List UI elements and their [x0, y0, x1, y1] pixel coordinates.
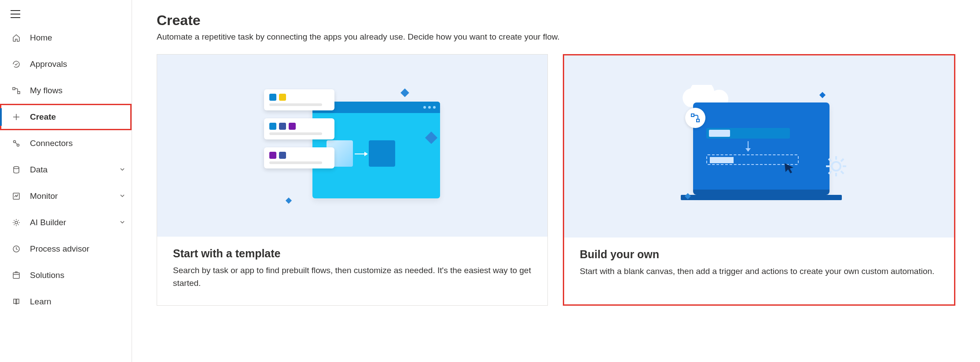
sidebar-item-label: Home	[30, 33, 52, 43]
svg-rect-1	[18, 91, 20, 94]
chevron-down-icon	[119, 165, 125, 175]
card-title: Start with a template	[173, 247, 532, 260]
sidebar-item-monitor[interactable]: Monitor	[0, 183, 132, 209]
sidebar-item-label: Process advisor	[30, 244, 89, 254]
plus-icon	[11, 111, 22, 123]
svg-point-2	[14, 141, 16, 143]
page-subtitle: Automate a repetitive task by connecting…	[157, 32, 955, 42]
page-title: Create	[157, 12, 955, 29]
my-flows-icon	[11, 85, 22, 96]
sidebar-item-process-advisor[interactable]: Process advisor	[0, 236, 132, 262]
svg-rect-0	[13, 88, 15, 90]
solutions-icon	[11, 270, 22, 281]
ai-builder-icon	[11, 217, 22, 228]
sidebar-item-label: My flows	[30, 86, 62, 95]
flow-badge-icon	[685, 108, 705, 128]
connectors-icon	[11, 138, 22, 149]
sidebar-item-solutions[interactable]: Solutions	[0, 262, 132, 289]
card-desc: Search by task or app to find prebuilt f…	[173, 264, 532, 289]
hamburger-icon[interactable]	[11, 10, 20, 18]
svg-point-4	[14, 167, 19, 169]
svg-point-6	[15, 221, 18, 224]
sidebar-item-label: Create	[30, 112, 56, 122]
sidebar-item-label: Solutions	[30, 271, 64, 280]
monitor-icon	[11, 190, 22, 202]
sidebar-item-ai-builder[interactable]: AI Builder	[0, 209, 132, 236]
card-illustration	[157, 55, 547, 237]
sidebar-item-label: Learn	[30, 297, 51, 307]
card-build-your-own[interactable]: Build your own Start with a blank canvas…	[563, 54, 956, 306]
svg-rect-8	[13, 273, 19, 278]
svg-rect-10	[691, 114, 694, 117]
main-content: Create Automate a repetitive task by con…	[132, 0, 980, 362]
data-icon	[11, 164, 22, 176]
sidebar-item-label: Connectors	[30, 139, 73, 148]
sidebar-item-label: Approvals	[30, 59, 67, 69]
menu-toggle-row	[0, 4, 132, 25]
chevron-down-icon	[119, 218, 125, 227]
svg-rect-11	[697, 119, 699, 122]
sidebar-item-label: Monitor	[30, 191, 58, 201]
svg-point-9	[832, 162, 841, 171]
process-advisor-icon	[11, 243, 22, 255]
sidebar-item-home[interactable]: Home	[0, 25, 132, 51]
app-root: Home Approvals My flows Create Connector	[0, 0, 980, 362]
sidebar-item-label: Data	[30, 165, 48, 175]
approvals-icon	[11, 59, 22, 70]
card-start-with-template[interactable]: Start with a template Search by task or …	[157, 54, 548, 306]
svg-point-3	[17, 144, 19, 146]
sidebar-item-create[interactable]: Create	[0, 104, 132, 130]
card-desc: Start with a blank canvas, then add a tr…	[580, 265, 939, 278]
sidebar-item-my-flows[interactable]: My flows	[0, 77, 132, 104]
create-cards-row: Start with a template Search by task or …	[157, 54, 955, 306]
card-title: Build your own	[580, 248, 939, 261]
sidebar-item-approvals[interactable]: Approvals	[0, 51, 132, 77]
sidebar: Home Approvals My flows Create Connector	[0, 0, 132, 362]
home-icon	[11, 32, 22, 44]
chevron-down-icon	[119, 191, 125, 201]
sidebar-item-connectors[interactable]: Connectors	[0, 130, 132, 157]
learn-icon	[11, 296, 22, 307]
sidebar-item-learn[interactable]: Learn	[0, 289, 132, 315]
sidebar-item-data[interactable]: Data	[0, 157, 132, 183]
card-illustration	[564, 55, 954, 238]
sidebar-item-label: AI Builder	[30, 218, 66, 227]
